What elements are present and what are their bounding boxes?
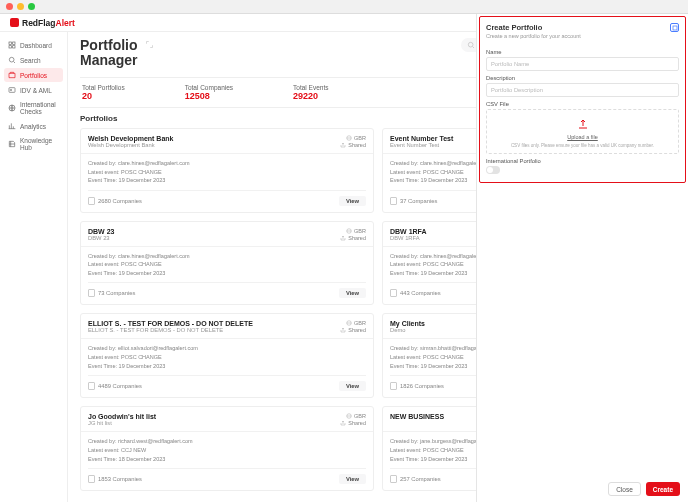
card-subtitle: Event Number Test <box>390 142 453 148</box>
card-created: Created by: elliot.salvadori@redflagaler… <box>88 344 366 352</box>
nav-icon <box>8 41 16 49</box>
sidebar-item-analytics[interactable]: Analytics <box>4 119 63 133</box>
card-created: Created by: richard.west@redflagalert.co… <box>88 437 366 445</box>
region-label: GBR <box>354 320 366 326</box>
region-label: GBR <box>354 413 366 419</box>
page-title-line1: Portfolio <box>80 37 138 53</box>
card-event: Latest event: CCJ NEW <box>88 446 366 454</box>
view-button[interactable]: View <box>339 288 366 298</box>
traffic-min[interactable] <box>17 3 24 10</box>
svg-point-7 <box>10 89 11 90</box>
nav-label: Knowledge Hub <box>20 137 59 151</box>
card-time: Event Time: 19 December 2023 <box>88 362 366 370</box>
intl-toggle[interactable] <box>486 166 500 174</box>
share-icon <box>340 142 346 148</box>
svg-rect-1 <box>9 42 11 44</box>
shared-label: Shared <box>348 420 366 426</box>
csv-dropzone[interactable]: Upload a file CSV files only. Please ens… <box>486 109 679 154</box>
expand-icon[interactable] <box>145 40 154 52</box>
document-icon <box>390 197 397 205</box>
card-event: Latest event: POSC CHANGE <box>88 168 366 176</box>
document-icon <box>88 475 95 483</box>
sidebar-item-search[interactable]: Search <box>4 53 63 67</box>
csv-label: CSV File <box>486 101 679 107</box>
nav-icon <box>8 56 16 64</box>
brand-flag-icon <box>10 18 19 27</box>
nav-icon <box>8 122 16 130</box>
card-title: Jo Goodwin's hit list <box>88 413 156 420</box>
share-icon <box>340 420 346 426</box>
stat-value: 20 <box>82 91 125 101</box>
traffic-max[interactable] <box>28 3 35 10</box>
nav-label: International Checks <box>20 101 59 115</box>
svg-rect-4 <box>13 46 15 48</box>
card-companies: 2680 Companies <box>98 198 142 204</box>
card-time: Event Time: 19 December 2023 <box>88 176 366 184</box>
stat-value: 12508 <box>185 91 233 101</box>
description-input[interactable] <box>486 83 679 97</box>
view-button[interactable]: View <box>339 196 366 206</box>
card-subtitle: Demo <box>390 327 425 333</box>
portfolio-card: DBW 23DBW 23GBRSharedCreated by: clare.h… <box>80 221 374 306</box>
portfolio-card: Jo Goodwin's hit listJG hit listGBRShare… <box>80 406 374 491</box>
card-subtitle: Welsh Development Bank <box>88 142 173 148</box>
card-created: Created by: clare.hines@redflagalert.com <box>88 252 366 260</box>
stat-block: Total Events29220 <box>293 84 328 101</box>
brand-text1: RedFlag <box>22 18 56 28</box>
stat-label: Total Events <box>293 84 328 91</box>
document-icon <box>390 475 397 483</box>
card-companies: 1853 Companies <box>98 476 142 482</box>
brand-text: RedFlagAlert <box>22 18 75 28</box>
panel-create-button[interactable]: Create <box>646 482 680 496</box>
card-subtitle: DBW 1RFA <box>390 235 427 241</box>
stat-block: Total Portfolios20 <box>82 84 125 101</box>
svg-rect-3 <box>9 46 11 48</box>
upload-link[interactable]: Upload a file <box>567 134 598 140</box>
card-subtitle: DBW 23 <box>88 235 114 241</box>
card-title: DBW 23 <box>88 228 114 235</box>
brand: RedFlagAlert <box>10 18 75 28</box>
card-event: Latest event: POSC CHANGE <box>88 260 366 268</box>
card-created: Created by: clare.hines@redflagalert.com <box>88 159 366 167</box>
panel-action-icon[interactable] <box>670 23 679 32</box>
nav-icon <box>8 104 16 112</box>
card-time: Event Time: 18 December 2023 <box>88 455 366 463</box>
region-label: GBR <box>354 135 366 141</box>
share-icon <box>340 235 346 241</box>
description-label: Description <box>486 75 679 81</box>
stat-value: 29220 <box>293 91 328 101</box>
panel-close-button[interactable]: Close <box>608 482 641 496</box>
card-title: Welsh Development Bank <box>88 135 173 142</box>
sidebar-item-portfolios[interactable]: Portfolios <box>4 68 63 82</box>
page-title-line2: Manager <box>80 53 154 68</box>
document-icon <box>88 382 95 390</box>
name-input[interactable] <box>486 57 679 71</box>
nav-label: Portfolios <box>20 72 47 79</box>
share-icon <box>340 327 346 333</box>
name-label: Name <box>486 49 679 55</box>
nav-label: IDV & AML <box>20 87 52 94</box>
sidebar-item-international[interactable]: International Checks <box>4 98 63 118</box>
toolbar-heading: Portfolios <box>80 114 117 123</box>
nav-icon <box>8 71 16 79</box>
nav-icon <box>8 140 16 148</box>
view-button[interactable]: View <box>339 474 366 484</box>
card-subtitle: ELLIOT S. - TEST FOR DEMOS - DO NOT DELE… <box>88 327 253 333</box>
globe-icon <box>346 413 352 419</box>
document-icon <box>88 197 95 205</box>
shared-label: Shared <box>348 142 366 148</box>
stat-block: Total Companies12508 <box>185 84 233 101</box>
sidebar-item-idv-aml[interactable]: IDV & AML <box>4 83 63 97</box>
brand-text2: Alert <box>56 18 75 28</box>
globe-icon <box>346 320 352 326</box>
sidebar-item-dashboard[interactable]: Dashboard <box>4 38 63 52</box>
card-companies: 37 Companies <box>400 198 437 204</box>
portfolio-card: ELLIOT S. - TEST FOR DEMOS - DO NOT DELE… <box>80 313 374 398</box>
traffic-close[interactable] <box>6 3 13 10</box>
card-title: ELLIOT S. - TEST FOR DEMOS - DO NOT DELE… <box>88 320 253 327</box>
card-title: Event Number Test <box>390 135 453 142</box>
intl-label: International Portfolio <box>486 158 679 164</box>
sidebar-item-knowledge[interactable]: Knowledge Hub <box>4 134 63 154</box>
view-button[interactable]: View <box>339 381 366 391</box>
card-title: My Clients <box>390 320 425 327</box>
